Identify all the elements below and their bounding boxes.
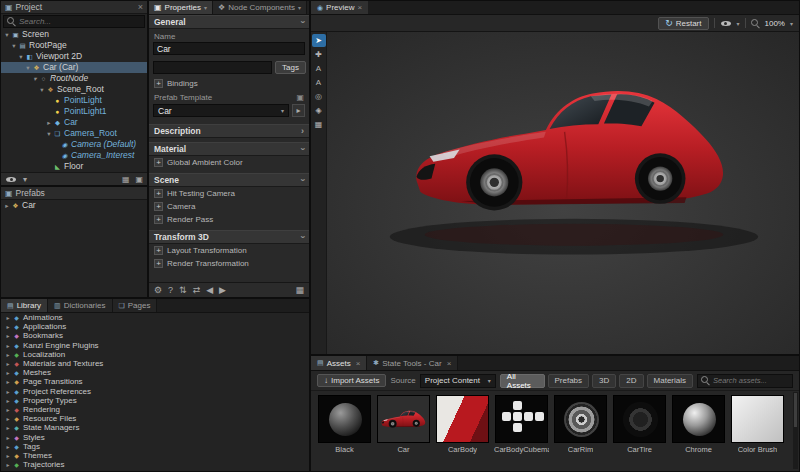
asset-item-carbody[interactable]: CarBody [435,395,490,454]
preview-scene[interactable] [327,32,799,354]
library-item-tags[interactable]: ▸◆Tags [1,442,309,451]
asset-item-carrim[interactable]: CarRim [553,395,608,454]
tab-dictionaries[interactable]: ▥ Dictionaries [48,299,112,312]
chevron-down-icon[interactable]: ▾ [737,20,740,27]
chevron-down-icon[interactable]: ▾ [23,175,27,184]
next-icon[interactable]: ▶ [219,285,226,295]
chevron-right-icon[interactable]: ▸ [4,369,12,376]
add-property-row-global-ambient-color[interactable]: +Global Ambient Color [149,156,309,169]
section-header-scene[interactable]: Scene› [149,173,309,187]
chevron-right-icon[interactable]: ▸ [4,388,12,395]
chevron-right-icon[interactable]: ▸ [4,397,12,404]
tree-item-car[interactable]: ▸◆Car [1,117,147,128]
chevron-right-icon[interactable]: ▸ [4,314,12,321]
tab-pages[interactable]: ❏ Pages [113,299,158,312]
tree-item-rootnode[interactable]: ▾○RootNode [1,73,147,84]
asset-item-carbodycubema[interactable]: CarBodyCubema... [494,395,549,454]
lock-icon[interactable]: ▣ [135,175,143,184]
chevron-right-icon[interactable]: ▸ [4,452,12,459]
tree-item-pointlight1[interactable]: ●PointLight1 [1,106,147,117]
tree-item-camera-root[interactable]: ▾❏Camera_Root [1,128,147,139]
tab-library[interactable]: ▤ Library [1,299,48,312]
tree-expander-icon[interactable]: ▾ [38,84,46,95]
library-item-localization[interactable]: ▸◆Localization [1,350,309,359]
tree-item-car-car[interactable]: ▾❖Car (Car) [1,62,147,73]
chevron-right-icon[interactable]: ▸ [4,461,12,468]
asset-item-chrome[interactable]: Chrome [671,395,726,454]
library-item-property-types[interactable]: ▸◆Property Types [1,396,309,405]
chevron-right-icon[interactable]: ▸ [4,332,12,339]
tab-node-components[interactable]: ❖ Node Components ▾ [213,1,307,14]
prefab-template-icon[interactable]: ▣ [296,93,304,102]
library-item-page-transitions[interactable]: ▸◆Page Transitions [1,377,309,386]
asset-item-car[interactable]: Car [376,395,431,454]
close-icon[interactable]: × [358,3,363,12]
library-item-project-references[interactable]: ▸◆Project References [1,387,309,396]
tab-preview[interactable]: ◉ Preview × [311,1,368,14]
source-dropdown[interactable]: Project Content ▾ [420,374,496,388]
library-item-trajectories[interactable]: ▸◆Trajectories [1,460,309,469]
add-bindings-row[interactable]: + Bindings [149,77,309,90]
grid-tool-icon[interactable]: ▦ [312,118,326,131]
chevron-down-icon[interactable]: ▾ [790,20,793,27]
chevron-right-icon[interactable]: ▸ [4,415,12,422]
add-property-row-hit-testing-camera[interactable]: +Hit Testing Camera [149,187,309,200]
visibility-eye-icon[interactable] [720,18,732,29]
tree-expander-icon[interactable]: ▾ [3,29,11,40]
chevron-right-icon[interactable]: ▸ [4,342,12,349]
library-item-styles[interactable]: ▸◆Styles [1,432,309,441]
tree-item-rootpage[interactable]: ▾▤RootPage [1,40,147,51]
library-item-themes[interactable]: ▸◆Themes [1,451,309,460]
name-input[interactable] [157,44,301,54]
goto-prefab-button[interactable]: ▸ [292,104,305,117]
asset-item-cartire[interactable]: CarTire [612,395,667,454]
tree-expander-icon[interactable]: ▾ [31,73,39,84]
wireframe-tool-icon[interactable]: ◈ [312,104,326,117]
section-header-description[interactable]: Description› [149,124,309,138]
tree-item-pointlight[interactable]: ●PointLight [1,95,147,106]
zoom-level[interactable]: 100% [765,19,785,28]
grid-icon[interactable]: ▦ [122,175,130,184]
chevron-right-icon[interactable]: ▸ [4,443,12,450]
section-header-transform-3d[interactable]: Transform 3D› [149,230,309,244]
filter-prefabs[interactable]: Prefabs [548,374,590,388]
gizmo-tool-icon[interactable]: ◎ [312,90,326,103]
tags-input[interactable] [157,63,268,73]
sort-icon[interactable]: ⇅ [179,285,187,295]
chevron-right-icon[interactable]: ▸ [4,378,12,385]
library-item-applications[interactable]: ▸◆Applications [1,322,309,331]
tab-state-tools[interactable]: ✱ State Tools - Car × [367,356,458,370]
tree-expander-icon[interactable]: ▾ [17,51,25,62]
select-tool-icon[interactable]: ➤ [312,34,326,47]
assets-scrollbar[interactable] [793,392,798,469]
tree-item-screen[interactable]: ▾▣Screen [1,29,147,40]
tree-item-car[interactable]: ▸❖Car [1,200,147,211]
asset-item-color-brush[interactable]: Color Brush [730,395,785,454]
tree-expander-icon[interactable]: ▾ [45,128,53,139]
chevron-right-icon[interactable]: ▸ [4,351,12,358]
add-property-row-camera[interactable]: +Camera [149,200,309,213]
library-item-meshes[interactable]: ▸◆Meshes [1,368,309,377]
tree-expander-icon[interactable]: ▾ [24,62,32,73]
text-tool-icon[interactable]: A [312,76,326,89]
prefab-template-dropdown[interactable]: Car ▾ [153,104,289,117]
chevron-right-icon[interactable]: ▸ [4,360,12,367]
tags-button[interactable]: Tags [275,61,306,74]
asset-item-black[interactable]: Black [317,395,372,454]
tree-expander-icon[interactable]: ▸ [45,117,53,128]
scrollbar-thumb[interactable] [794,393,797,427]
library-item-kanzi-engine-plugins[interactable]: ▸◆Kanzi Engine Plugins [1,341,309,350]
section-header-material[interactable]: Material› [149,142,309,156]
library-item-rendering[interactable]: ▸◆Rendering [1,405,309,414]
layout-grid-icon[interactable]: ▦ [295,285,304,295]
library-item-resource-files[interactable]: ▸◆Resource Files [1,414,309,423]
library-item-materials-and-textures[interactable]: ▸◆Materials and Textures [1,359,309,368]
project-search-input[interactable] [19,17,141,26]
tree-item-camera-interest[interactable]: ◉Camera_Interest [1,150,147,161]
tree-item-viewport-2d[interactable]: ▾◧Viewport 2D [1,51,147,62]
add-property-row-layout-transformation[interactable]: +Layout Transformation [149,244,309,257]
section-header-general[interactable]: General › [149,15,309,29]
assets-search-input[interactable] [713,376,789,385]
chevron-right-icon[interactable]: ▸ [4,323,12,330]
library-item-bookmarks[interactable]: ▸◆Bookmarks [1,331,309,340]
